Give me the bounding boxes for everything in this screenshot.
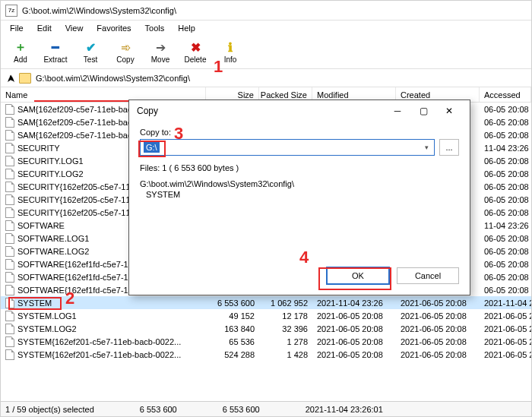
cell-accessed: 2021-06-05 20:08 xyxy=(480,322,531,335)
file-name: SAM{162ef209-c5e7-11eb-bac xyxy=(17,105,131,114)
up-icon[interactable]: ⮝ xyxy=(5,74,16,83)
copy-to-label: Copy to: xyxy=(140,128,459,137)
status-size2: 6 553 600 xyxy=(223,405,260,414)
file-name: SYSTEM.LOG2 xyxy=(17,324,77,333)
menu-file[interactable]: File xyxy=(4,22,30,34)
copy-button[interactable]: ➾Copy xyxy=(110,37,141,68)
cell-modified: 2021-11-04 23:26 xyxy=(312,296,396,309)
move-button[interactable]: ➔Move xyxy=(145,37,176,68)
cell-created: 2021-06-05 20:08 xyxy=(396,335,480,348)
cell-created: 2021-06-05 20:08 xyxy=(396,348,480,361)
address-input[interactable] xyxy=(34,72,527,84)
file-icon xyxy=(5,104,14,115)
cell-accessed: 06-05 20:08 xyxy=(480,257,531,270)
menu-help[interactable]: Help xyxy=(172,22,201,34)
copy-to-combo[interactable]: G:\ ▾ xyxy=(140,139,435,156)
file-name: SECURITY{162ef205-c5e7-11et xyxy=(17,208,138,217)
cell-accessed: 06-05 20:08 xyxy=(480,232,531,245)
file-name: SOFTWARE.LOG2 xyxy=(17,247,89,256)
cancel-button[interactable]: Cancel xyxy=(397,267,459,284)
file-icon xyxy=(5,220,14,231)
x-icon: ✖ xyxy=(188,41,202,55)
browse-button[interactable]: ... xyxy=(439,139,459,156)
file-name: SYSTEM.LOG1 xyxy=(17,311,77,321)
cell-accessed: 06-05 20:08 xyxy=(480,193,531,206)
annotation-box-ok xyxy=(318,267,391,290)
minimize-button[interactable]: ─ xyxy=(385,103,410,119)
status-size: 6 553 600 xyxy=(140,405,177,414)
file-icon xyxy=(5,272,14,283)
cell-accessed: 06-05 20:08 xyxy=(480,270,531,283)
annotation-3: 3 xyxy=(174,124,183,144)
table-row[interactable]: SYSTEM6 553 6001 062 9522021-11-04 23:26… xyxy=(1,296,531,309)
cell-accessed: 06-05 20:08 xyxy=(480,283,531,296)
maximize-button[interactable]: ▢ xyxy=(410,103,436,119)
window-title: G:\boot.wim\2\Windows\System32\config\ xyxy=(22,6,176,15)
cell-packed: 32 396 xyxy=(259,322,312,335)
cell-size: 6 553 600 xyxy=(206,296,259,309)
menu-favorites[interactable]: Favorites xyxy=(90,22,137,34)
file-icon xyxy=(5,169,14,179)
toolbar: ＋Add ━Extract ✔Test ➾Copy ➔Move ✖Delete … xyxy=(1,36,531,69)
file-name: SECURITY.LOG2 xyxy=(17,169,84,178)
file-icon xyxy=(5,182,14,192)
file-name: SAM{162ef209-c5e7-11eb-bac xyxy=(17,131,131,140)
cell-created: 2021-06-05 20:08 xyxy=(396,296,480,309)
cell-accessed: 06-05 20:08 xyxy=(480,103,531,115)
col-accessed[interactable]: Accessed xyxy=(480,87,531,102)
test-button[interactable]: ✔Test xyxy=(75,37,106,68)
file-name: SECURITY.LOG1 xyxy=(17,156,84,166)
file-name: SYSTEM{162ef201-c5e7-11eb-bacb-0022... xyxy=(17,350,181,359)
cell-created: 2021-06-05 20:08 xyxy=(396,309,480,322)
cell-accessed: 2021-06-05 20:08 xyxy=(480,335,531,348)
cell-accessed: 06-05 20:08 xyxy=(480,115,531,128)
file-icon xyxy=(5,285,14,295)
cell-accessed: 06-05 20:08 xyxy=(480,206,531,219)
file-name: SOFTWARE{162ef1fd-c5e7-11e xyxy=(17,260,138,269)
cell-size: 65 536 xyxy=(206,335,259,348)
source-path: G:\boot.wim\2\Windows\System32\config\ S… xyxy=(140,178,459,200)
menu-tools[interactable]: Tools xyxy=(139,22,171,34)
table-row[interactable]: SYSTEM{162ef201-c5e7-11eb-bacb-0022...52… xyxy=(1,348,531,361)
cell-accessed: 06-05 20:08 xyxy=(480,154,531,167)
file-icon xyxy=(5,130,14,141)
menu-edit[interactable]: Edit xyxy=(31,22,58,34)
menubar: File Edit View Favorites Tools Help xyxy=(1,21,531,36)
chevron-down-icon[interactable]: ▾ xyxy=(420,141,432,153)
cell-packed: 1 278 xyxy=(259,335,312,348)
file-icon xyxy=(5,246,14,257)
cell-accessed: 06-05 20:08 xyxy=(480,245,531,257)
close-button[interactable]: ✕ xyxy=(436,103,462,119)
file-name: SYSTEM{162ef201-c5e7-11eb-bacb-0022... xyxy=(17,337,181,346)
table-row[interactable]: SYSTEM.LOG2163 84032 3962021-06-05 20:08… xyxy=(1,322,531,335)
cell-accessed: 11-04 23:26 xyxy=(480,219,531,232)
file-name: SOFTWARE{162ef1fd-c5e7-11e xyxy=(17,273,138,282)
info-icon: ℹ xyxy=(223,41,237,55)
file-name: SECURITY xyxy=(17,144,60,153)
cell-accessed: 06-05 20:08 xyxy=(480,180,531,193)
cell-packed: 12 178 xyxy=(259,309,312,322)
arrow-right-icon: ➔ xyxy=(154,41,167,55)
cell-modified: 2021-06-05 20:08 xyxy=(312,309,396,322)
cell-packed: 1 428 xyxy=(259,348,312,361)
table-row[interactable]: SYSTEM.LOG149 15212 1782021-06-05 20:082… xyxy=(1,309,531,322)
table-row[interactable]: SYSTEM{162ef201-c5e7-11eb-bacb-0022...65… xyxy=(1,335,531,348)
plus-icon: ＋ xyxy=(14,41,27,55)
cell-size: 49 152 xyxy=(206,309,259,322)
extract-button[interactable]: ━Extract xyxy=(40,37,71,68)
file-icon xyxy=(5,259,14,270)
status-selection: 1 / 59 object(s) selected xyxy=(5,405,94,414)
file-icon xyxy=(5,311,14,321)
file-icon xyxy=(5,336,14,347)
app-icon: 7z xyxy=(5,5,17,17)
menu-view[interactable]: View xyxy=(59,22,90,34)
file-name: SECURITY{162ef205-c5e7-11et xyxy=(17,182,138,191)
delete-button[interactable]: ✖Delete xyxy=(180,37,211,68)
minus-icon: ━ xyxy=(49,41,62,55)
titlebar: 7z G:\boot.wim\2\Windows\System32\config… xyxy=(1,1,531,21)
add-button[interactable]: ＋Add xyxy=(5,37,36,68)
cell-size: 163 840 xyxy=(206,322,259,335)
file-icon xyxy=(5,207,14,218)
file-name: SECURITY{162ef205-c5e7-11et xyxy=(17,195,138,204)
status-date: 2021-11-04 23:26:01 xyxy=(306,405,383,414)
